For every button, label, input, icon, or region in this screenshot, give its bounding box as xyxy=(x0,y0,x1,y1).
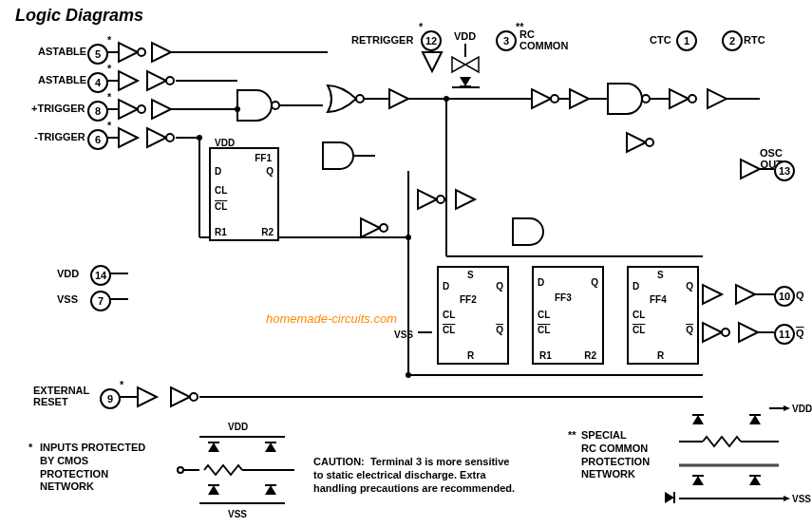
star-5: * xyxy=(107,34,111,46)
flipflop-ff4: S D Q FF4 CL CL Q R xyxy=(627,266,699,365)
label-vss: VSS xyxy=(57,293,78,305)
label-vdd: VDD xyxy=(57,268,79,279)
star-8: * xyxy=(107,91,111,103)
asterisk-single: * xyxy=(28,442,32,453)
svg-text:VSS: VSS xyxy=(228,509,247,519)
label-ntrigger: -TRIGGER xyxy=(34,131,85,142)
star-3: ** xyxy=(516,21,524,32)
flipflop-ff2: S D Q FF2 CL CL Q R xyxy=(437,266,509,365)
svg-text:VSS: VSS xyxy=(394,329,413,340)
label-q: Q xyxy=(796,290,804,301)
label-astable-a: ASTABLE xyxy=(38,46,86,57)
pin-8: 8 xyxy=(87,101,108,122)
asterisk-double: ** xyxy=(568,429,576,441)
label-rtc: RTC xyxy=(744,34,765,46)
svg-text:VSS: VSS xyxy=(792,494,811,504)
flipflop-ff3: D Q FF3 CL CL R1 R2 xyxy=(532,266,604,365)
note-special: SPECIAL RC COMMON PROTECTION NETWORK xyxy=(581,429,650,481)
pin-12: 12 xyxy=(421,30,442,51)
star-6: * xyxy=(107,120,111,131)
svg-point-41 xyxy=(178,467,183,473)
pin-9: 9 xyxy=(100,388,121,409)
pin-11: 11 xyxy=(774,324,795,345)
flipflop-ff1: VDD FF1 D Q CL CL R1 R2 xyxy=(209,147,279,241)
label-qbar: Q xyxy=(796,328,804,339)
svg-text:VDD: VDD xyxy=(792,404,812,414)
note-caution: CAUTION: Terminal 3 is more sensitive to… xyxy=(313,456,515,495)
label-ctc: CTC xyxy=(650,34,671,46)
note-cmos: INPUTS PROTECTED BY CMOS PROTECTION NETW… xyxy=(40,442,145,494)
star-4: * xyxy=(107,63,111,74)
pin-1: 1 xyxy=(676,30,697,51)
pin-10: 10 xyxy=(774,286,795,307)
pin-14: 14 xyxy=(90,265,111,286)
pin-4: 4 xyxy=(87,72,108,93)
label-retrigger: RETRIGGER xyxy=(351,34,413,46)
pin-5: 5 xyxy=(87,44,108,65)
label-rccommon: RC COMMON xyxy=(519,28,568,51)
svg-text:VDD: VDD xyxy=(228,422,248,432)
pin-2: 2 xyxy=(722,30,743,51)
pin-3: 3 xyxy=(496,30,517,51)
svg-text:VDD: VDD xyxy=(454,30,476,42)
pin-13: 13 xyxy=(774,160,795,181)
pin-6: 6 xyxy=(87,129,108,150)
star-12: * xyxy=(419,21,423,32)
label-extreset: EXTERNAL RESET xyxy=(33,385,89,407)
star-9: * xyxy=(120,379,123,390)
label-ptrigger: +TRIGGER xyxy=(31,103,85,114)
label-astable-b: ASTABLE xyxy=(38,74,86,85)
pin-7: 7 xyxy=(90,291,111,311)
